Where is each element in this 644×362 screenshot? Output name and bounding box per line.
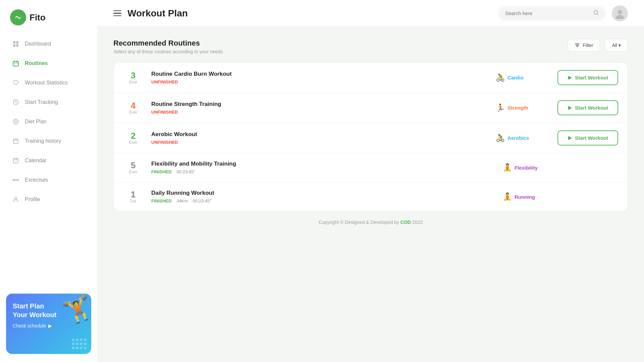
table-row: 4 Exer Routine Strength Training UNFINIS…	[114, 93, 628, 123]
table-row: 5 Exer Flexibility and Mobility Training…	[114, 153, 628, 182]
table-row: 1 Sat Daily Running Workout FINISHED 34K…	[114, 182, 628, 211]
svg-rect-13	[13, 159, 18, 163]
section-subtitle: Select any of these routines according t…	[113, 49, 223, 54]
svg-point-21	[618, 10, 622, 14]
target-icon	[12, 118, 19, 125]
start-workout-button[interactable]: Start Workout	[557, 130, 618, 145]
routine-name: Routine Cardio Burn Workout	[151, 71, 488, 77]
logo-area: Fito	[0, 0, 97, 35]
heart-icon	[12, 79, 19, 86]
section-header: Recommended Routines Select any of these…	[113, 39, 628, 54]
status-badge: UNFINISHED	[151, 79, 178, 84]
grid-icon	[12, 40, 19, 48]
start-workout-button[interactable]: Start Workout	[557, 70, 618, 85]
sidebar-item-label: Training history	[25, 138, 61, 144]
sidebar-item-workout-statistics[interactable]: Workout Statistics	[6, 74, 91, 92]
hamburger-button[interactable]	[113, 10, 121, 16]
table-row: 2 Exer Aerobic Workout UNFINISHED 🚴 Aero…	[114, 123, 628, 153]
logo-text: Fito	[30, 12, 46, 23]
svg-point-19	[15, 197, 17, 200]
search-input[interactable]	[505, 10, 590, 16]
sidebar-item-label: Dashboard	[25, 41, 51, 47]
svg-rect-3	[13, 44, 15, 47]
status-badge: UNFINISHED	[151, 140, 178, 145]
status-badge: UNFINISHED	[151, 110, 178, 115]
type-label: Aerobics	[507, 135, 529, 141]
routine-info: Daily Running Workout FINISHED 34Km 00:2…	[151, 190, 495, 204]
sidebar-item-exercises[interactable]: Exrecises	[6, 171, 91, 189]
page-title: Workout Plan	[127, 8, 492, 19]
clock-icon	[12, 99, 19, 106]
sidebar-item-label: Workout Statistics	[25, 80, 68, 86]
aerobics-icon: 🚴	[496, 134, 505, 142]
sidebar-item-label: Diet Plan	[25, 119, 47, 125]
promo-title: Start Plan Your Workout	[13, 302, 60, 319]
sidebar: Fito Dashboard Routines Workout Statisti…	[0, 0, 97, 362]
type-label: Strength	[507, 105, 528, 111]
exer-num: 2	[123, 131, 143, 140]
sidebar-item-calendar[interactable]: Calendar	[6, 152, 91, 170]
profile-icon	[12, 196, 19, 203]
routine-meta: 00:23:45"	[176, 169, 195, 174]
sidebar-item-dashboard[interactable]: Dashboard	[6, 35, 91, 53]
avatar[interactable]	[612, 5, 628, 21]
routine-type: 🧘 Flexibility	[503, 163, 556, 172]
svg-marker-24	[568, 136, 572, 140]
routine-type: 🏃 Strength	[496, 104, 549, 112]
exer-label: Exer	[123, 110, 143, 115]
calendar-icon	[12, 60, 19, 67]
start-workout-button[interactable]: Start Workout	[557, 100, 618, 115]
routine-type: 🚴 Cardio	[496, 73, 549, 82]
svg-rect-12	[16, 138, 17, 140]
exer-label: Sat	[123, 199, 143, 203]
svg-rect-17	[13, 179, 14, 181]
promo-card: 🏋️ Start Plan Your Workout Check schedul…	[6, 294, 91, 354]
chevron-down-icon: ▾	[619, 43, 621, 48]
routine-name: Aerobic Workout	[151, 131, 488, 138]
routine-type: 🚴 Aerobics	[496, 134, 549, 142]
svg-rect-16	[14, 180, 17, 181]
sidebar-item-label: Routines	[25, 60, 48, 66]
type-label: Cardio	[507, 75, 524, 80]
routine-name: Daily Running Workout	[151, 190, 495, 196]
routine-info: Routine Strength Training UNFINISHED	[151, 101, 488, 115]
routine-type: 🧘 Running	[503, 192, 556, 201]
section-title: Recommended Routines	[113, 39, 223, 48]
status-badge: FINISHED	[151, 198, 172, 203]
routine-name: Flexibility and Mobility Training	[151, 161, 495, 167]
sidebar-item-label: Exrecises	[25, 177, 48, 183]
exer-count: 3 Exer	[123, 71, 143, 84]
flexibility-icon: 🧘	[503, 163, 512, 172]
filter-button[interactable]: Filter	[568, 39, 600, 52]
svg-rect-18	[18, 179, 19, 181]
sidebar-item-training-history[interactable]: Training history	[6, 132, 91, 150]
sidebar-item-routines[interactable]: Routines	[6, 54, 91, 72]
arrow-right-icon: ▶	[48, 323, 52, 328]
svg-rect-1	[13, 41, 15, 44]
exer-num: 5	[123, 161, 143, 170]
cardio-icon: 🚴	[496, 73, 505, 82]
exer-label: Exer	[123, 80, 143, 84]
promo-dots	[72, 339, 87, 349]
sidebar-item-label: Profile	[25, 196, 40, 202]
sidebar-item-label: Start Tracking	[25, 99, 58, 105]
svg-point-9	[15, 121, 16, 122]
exer-count: 1 Sat	[123, 190, 143, 203]
filter-row: Filter All ▾	[568, 39, 628, 52]
sidebar-item-start-tracking[interactable]: Start Tracking	[6, 93, 91, 111]
logo-icon	[10, 9, 26, 25]
table-row: 3 Exer Routine Cardio Burn Workout UNFIN…	[114, 63, 628, 93]
search-bar	[498, 6, 606, 20]
exer-num: 1	[123, 190, 143, 199]
status-badge: FINISHED	[151, 169, 172, 174]
exer-count: 2 Exer	[123, 131, 143, 145]
all-filter-button[interactable]: All ▾	[605, 39, 628, 52]
sidebar-item-diet-plan[interactable]: Diet Plan	[6, 113, 91, 131]
svg-rect-11	[15, 138, 15, 140]
routine-info: Flexibility and Mobility Training FINISH…	[151, 161, 495, 175]
svg-rect-2	[16, 41, 18, 44]
type-label: Flexibility	[515, 165, 538, 171]
exercise-icon	[12, 176, 19, 184]
sidebar-item-profile[interactable]: Profile	[6, 190, 91, 208]
sidebar-nav: Dashboard Routines Workout Statistics St…	[0, 35, 97, 288]
